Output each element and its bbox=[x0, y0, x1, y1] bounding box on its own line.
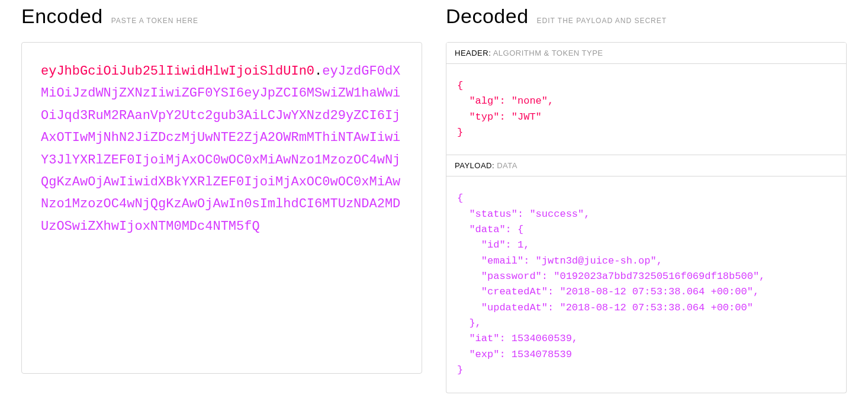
header-section-label: HEADER: ALGORITHM & TOKEN TYPE bbox=[446, 43, 846, 64]
encoded-subtitle: PASTE A TOKEN HERE bbox=[111, 17, 198, 25]
payload-json-editor[interactable]: { "status": "success", "data": { "id": 1… bbox=[446, 176, 846, 392]
decoded-payload-section: PAYLOAD: DATA { "status": "success", "da… bbox=[446, 155, 847, 393]
decoded-column: Decoded EDIT THE PAYLOAD AND SECRET HEAD… bbox=[446, 0, 847, 393]
header-json-editor[interactable]: { "alg": "none", "typ": "JWT" } bbox=[446, 64, 846, 155]
token-separator-dot: . bbox=[314, 64, 322, 79]
encoded-title: Encoded bbox=[21, 5, 103, 28]
decoded-header-section: HEADER: ALGORITHM & TOKEN TYPE { "alg": … bbox=[446, 42, 847, 155]
decoded-subtitle: EDIT THE PAYLOAD AND SECRET bbox=[537, 17, 667, 25]
token-header-part: eyJhbGciOiJub25lIiwidHlwIjoiSldUIn0 bbox=[41, 64, 314, 79]
payload-label-secondary: DATA bbox=[497, 161, 517, 170]
encoded-column: Encoded PASTE A TOKEN HERE eyJhbGciOiJub… bbox=[21, 0, 422, 393]
header-label-secondary: ALGORITHM & TOKEN TYPE bbox=[493, 49, 603, 57]
decoded-title: Decoded bbox=[446, 5, 529, 28]
encoded-token-input[interactable]: eyJhbGciOiJub25lIiwidHlwIjoiSldUIn0.eyJz… bbox=[21, 42, 422, 374]
payload-section-label: PAYLOAD: DATA bbox=[446, 155, 846, 176]
header-label-primary: HEADER: bbox=[455, 49, 491, 57]
encoded-header: Encoded PASTE A TOKEN HERE bbox=[21, 0, 422, 28]
payload-label-primary: PAYLOAD: bbox=[455, 161, 494, 170]
decoded-header: Decoded EDIT THE PAYLOAD AND SECRET bbox=[446, 0, 847, 28]
decoded-sections: HEADER: ALGORITHM & TOKEN TYPE { "alg": … bbox=[446, 42, 847, 393]
token-payload-part: eyJzdGF0dXMiOiJzdWNjZXNzIiwiZGF0YSI6eyJp… bbox=[41, 64, 400, 234]
